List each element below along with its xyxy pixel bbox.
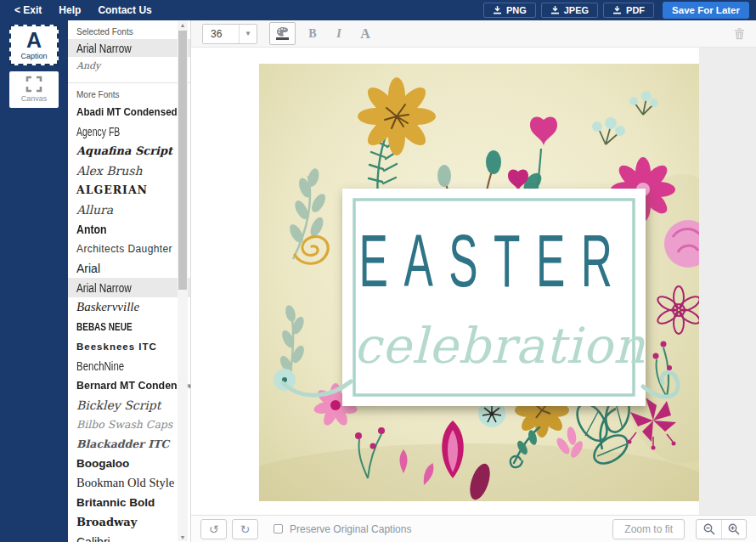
design-canvas[interactable]: EASTER celebration bbox=[259, 64, 699, 501]
letter-case-button[interactable]: A bbox=[356, 26, 375, 42]
contact-us-link[interactable]: Contact Us bbox=[90, 4, 159, 16]
save-for-later-button[interactable]: Save For Later bbox=[663, 2, 749, 19]
font-list-item[interactable]: Bernard MT Condensed bbox=[68, 375, 190, 395]
font-list-item[interactable]: Alex Brush bbox=[68, 161, 190, 180]
zoom-button-group bbox=[696, 519, 747, 539]
zoom-in-button[interactable] bbox=[721, 520, 746, 539]
zoom-out-button[interactable] bbox=[697, 520, 721, 539]
font-list-item[interactable]: Anton bbox=[68, 219, 190, 239]
export-button-label: PDF bbox=[626, 5, 645, 15]
font-list-item[interactable]: Beesknees ITC bbox=[68, 336, 190, 356]
caption-subtitle-text[interactable]: celebration bbox=[353, 317, 646, 375]
editor-area: 36 ▼ B I A bbox=[191, 20, 756, 542]
font-list-item[interactable]: ALGERIAN bbox=[68, 180, 190, 200]
font-list-item[interactable]: Allura bbox=[68, 200, 190, 219]
current-color-swatch bbox=[276, 37, 289, 40]
italic-button[interactable]: I bbox=[330, 27, 348, 41]
canvas-tool-button[interactable]: Canvas bbox=[9, 71, 59, 108]
easter-design-image: EASTER celebration bbox=[259, 64, 699, 501]
font-list-item[interactable]: Arial Narrow bbox=[68, 278, 190, 297]
font-list-item[interactable]: Agency FB bbox=[68, 121, 190, 141]
top-navigation-bar: < Exit Help Contact Us PNG JPEG PDF bbox=[0, 0, 756, 20]
font-list-item[interactable]: Bilbo Swash Caps bbox=[68, 415, 190, 434]
font-list-item[interactable]: Bickley Script bbox=[68, 395, 190, 415]
font-list-item[interactable]: BEBAS NEUE bbox=[68, 317, 190, 336]
caption-tool-label: Caption bbox=[20, 52, 47, 61]
redo-button[interactable]: ↻ bbox=[232, 519, 258, 539]
caption-tool-button[interactable]: A Caption bbox=[9, 25, 59, 65]
font-size-dropdown[interactable]: ▼ bbox=[239, 25, 257, 43]
download-icon bbox=[612, 6, 622, 14]
export-button[interactable]: PNG bbox=[483, 3, 536, 18]
caption-title-text[interactable]: EASTER bbox=[359, 219, 629, 302]
font-list-item[interactable]: Bookman Old Style bbox=[68, 473, 190, 493]
download-icon bbox=[550, 6, 560, 14]
export-button-label: PNG bbox=[506, 5, 527, 15]
more-fonts-header: More Fonts bbox=[68, 83, 190, 102]
redo-icon: ↻ bbox=[240, 522, 251, 536]
magnifier-plus-icon bbox=[728, 523, 740, 535]
selected-fonts-header: Selected Fonts bbox=[68, 20, 190, 39]
workspace-gutter bbox=[699, 48, 756, 515]
tool-rail: A Caption Canvas bbox=[0, 20, 68, 542]
status-bar: ↺ ↻ Preserve Original Captions Zoom to f… bbox=[191, 515, 756, 542]
download-icon bbox=[493, 6, 502, 14]
font-list-item[interactable]: Blackadder ITC bbox=[68, 434, 190, 454]
chevron-down-icon: ▼ bbox=[245, 30, 251, 37]
preserve-captions-checkbox[interactable] bbox=[274, 524, 283, 534]
scroll-up-arrow-icon[interactable]: ▲ bbox=[178, 22, 188, 28]
more-fonts-list: Abadi MT Condensed Agency FB Aquafina Sc… bbox=[68, 102, 190, 542]
app-window: < Exit Help Contact Us PNG JPEG PDF bbox=[0, 0, 756, 542]
font-list-item[interactable]: Abadi MT Condensed bbox=[68, 102, 190, 121]
export-button[interactable]: PDF bbox=[603, 3, 654, 18]
font-list-item[interactable]: Architects Daughter bbox=[68, 239, 190, 258]
preserve-captions-label: Preserve Original Captions bbox=[290, 523, 411, 535]
format-toolbar: 36 ▼ B I A bbox=[191, 20, 756, 48]
font-list-item[interactable]: BenchNine bbox=[68, 356, 190, 375]
font-list-item[interactable]: Britannic Bold bbox=[68, 493, 190, 512]
trash-icon bbox=[734, 27, 745, 40]
selected-font-item[interactable]: Arial Narrow bbox=[68, 39, 190, 57]
corners-icon bbox=[25, 76, 42, 93]
export-button-label: JPEG bbox=[564, 5, 589, 15]
font-panel-scrollbar[interactable]: ▲ ▼ bbox=[178, 21, 188, 541]
undo-button[interactable]: ↺ bbox=[200, 519, 227, 539]
scrollbar-thumb[interactable] bbox=[178, 31, 187, 290]
font-size-input[interactable]: 36 bbox=[203, 25, 239, 43]
canvas-workspace: EASTER celebration bbox=[191, 48, 756, 515]
scroll-down-arrow-icon[interactable]: ▼ bbox=[178, 534, 188, 540]
letter-a-icon: A bbox=[26, 29, 42, 52]
font-list-item[interactable]: Baskervville bbox=[68, 297, 190, 317]
font-color-button[interactable] bbox=[269, 22, 296, 45]
undo-icon: ↺ bbox=[209, 522, 219, 536]
selected-font-item[interactable]: Andy bbox=[68, 57, 190, 75]
palette-icon bbox=[277, 27, 288, 37]
bold-button[interactable]: B bbox=[303, 27, 322, 41]
zoom-to-fit-button[interactable]: Zoom to fit bbox=[612, 519, 685, 539]
exit-link[interactable]: < Exit bbox=[7, 4, 49, 16]
magnifier-minus-icon bbox=[703, 523, 715, 535]
font-list-item[interactable]: Arial bbox=[68, 258, 190, 278]
help-link[interactable]: Help bbox=[51, 4, 88, 16]
export-button[interactable]: JPEG bbox=[541, 3, 598, 18]
font-list-item[interactable]: Aquafina Script bbox=[68, 141, 190, 161]
font-list-item[interactable]: Boogaloo bbox=[68, 454, 190, 473]
selected-fonts-list: Arial Narrow Andy bbox=[68, 39, 190, 75]
delete-caption-button[interactable] bbox=[734, 27, 745, 40]
canvas-tool-label: Canvas bbox=[21, 94, 48, 104]
export-button-group: PNG JPEG PDF bbox=[478, 3, 654, 18]
font-list-item[interactable]: Calibri bbox=[68, 532, 190, 542]
font-size-control: 36 ▼ bbox=[202, 24, 257, 44]
font-panel: Selected Fonts Arial Narrow Andy More Fo… bbox=[68, 20, 191, 542]
font-list-item[interactable]: Broadway bbox=[68, 512, 190, 532]
